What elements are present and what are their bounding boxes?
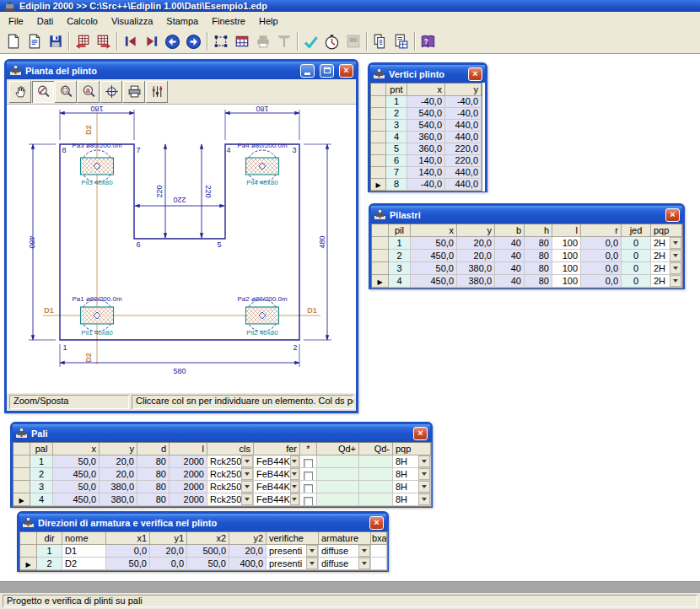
dropdown-button[interactable] (306, 558, 318, 569)
row-selector[interactable] (13, 481, 30, 493)
cell-x[interactable]: 140,0 (407, 167, 445, 179)
dropdown-button[interactable] (418, 481, 430, 493)
cell-y1[interactable]: 20,0 (150, 545, 187, 558)
cell-y[interactable]: 440,0 (445, 120, 482, 132)
cell-y2[interactable]: 20,0 (229, 545, 267, 558)
row-selector[interactable] (371, 155, 386, 167)
dati-grid-prev-button[interactable] (72, 31, 93, 52)
next-button[interactable] (183, 31, 204, 52)
row-selector[interactable] (372, 250, 389, 262)
row-selector[interactable] (372, 237, 389, 250)
row-selector[interactable] (13, 468, 30, 481)
cell-pal[interactable]: 2 (30, 468, 53, 481)
row-selector[interactable] (20, 545, 37, 558)
cell-verifiche[interactable]: presenti (267, 558, 319, 570)
cell-x1[interactable]: 50,0 (106, 558, 150, 570)
menu-calcolo[interactable]: Calcolo (60, 13, 105, 29)
cell-pnt[interactable]: 5 (386, 143, 407, 155)
cell-x[interactable]: 450,0 (53, 468, 100, 481)
menu-finestre[interactable]: Finestre (205, 13, 252, 29)
checkbox[interactable] (304, 484, 313, 493)
dropdown-button[interactable] (306, 545, 318, 557)
dropdown-button[interactable] (358, 558, 370, 569)
cell-x2[interactable]: 50,0 (187, 558, 229, 570)
cell-dir[interactable]: 2 (37, 558, 62, 570)
dropdown-button[interactable] (241, 455, 253, 467)
cell-h[interactable]: 80 (525, 275, 552, 288)
dropdown-button[interactable] (670, 250, 681, 261)
verifica-check-button[interactable] (300, 31, 321, 52)
cell-y[interactable]: 380,0 (100, 481, 137, 493)
cell-pnt[interactable]: 1 (386, 96, 407, 108)
cell-dir[interactable]: 1 (37, 545, 62, 558)
cell-l[interactable]: 2000 (170, 455, 207, 468)
cell-cls[interactable]: Rck250 (207, 468, 254, 481)
cell-qd-minus[interactable] (359, 481, 393, 493)
row-selector[interactable] (371, 108, 386, 120)
print-drawing-button[interactable] (123, 81, 145, 103)
menu-help[interactable]: Help (252, 13, 285, 29)
pianta-titlebar[interactable]: Pianta del plinto × (7, 62, 356, 79)
zoom-window-button[interactable] (55, 81, 77, 103)
cell-r[interactable]: 0,0 (581, 237, 622, 250)
cell-pil[interactable]: 4 (389, 275, 411, 288)
checkbox[interactable] (304, 497, 313, 506)
cell-x[interactable]: 450,0 (411, 275, 457, 288)
cell-flag[interactable] (300, 468, 317, 481)
cell-qd-plus[interactable] (317, 455, 359, 468)
dropdown-button[interactable] (670, 275, 681, 287)
row-selector[interactable]: ▶ (20, 558, 37, 570)
cell-jed[interactable]: 0 (622, 237, 651, 250)
cell-b[interactable]: 40 (495, 237, 525, 250)
cell-flag[interactable] (300, 481, 317, 493)
cell-b[interactable]: 40 (495, 275, 525, 288)
cell-qd-minus[interactable] (359, 455, 393, 468)
cell-y[interactable]: -40,0 (445, 108, 482, 120)
stampa-report-button[interactable] (390, 31, 412, 52)
cell-l[interactable]: 2000 (170, 481, 207, 493)
cell-r[interactable]: 0,0 (581, 262, 622, 275)
cell-pnt[interactable]: 7 (386, 167, 407, 179)
cell-qd-plus[interactable] (317, 468, 359, 481)
cell-pqp[interactable]: 2H (651, 275, 682, 288)
first-record-button[interactable] (120, 31, 141, 52)
cell-y1[interactable]: 0,0 (150, 558, 187, 570)
dropdown-button[interactable] (290, 493, 299, 505)
row-selector[interactable] (371, 132, 386, 143)
cell-l[interactable]: 100 (552, 262, 581, 275)
drawing-canvas[interactable]: D2 D2 D1 D1 Pa3 ø80/200.0m Pil3 4 (7, 105, 356, 393)
cell-x[interactable]: -40,0 (407, 96, 445, 108)
pilastri-titlebar[interactable]: Pilastri × (371, 206, 682, 224)
cell-pal[interactable]: 1 (30, 455, 53, 468)
cell-bxa[interactable] (371, 545, 387, 558)
cell-qd-minus[interactable] (359, 493, 393, 506)
copia-report-button[interactable] (369, 31, 390, 52)
dati-grid-next-button[interactable] (93, 31, 114, 52)
menu-dati[interactable]: Dati (30, 13, 61, 29)
cell-x[interactable]: 50,0 (53, 481, 100, 493)
cell-pnt[interactable]: 2 (386, 108, 407, 120)
cell-d[interactable]: 80 (137, 481, 170, 493)
zoom-pointer-button[interactable] (32, 81, 54, 103)
cell-y[interactable]: 220,0 (445, 155, 482, 167)
cell-qd-plus[interactable] (317, 481, 359, 493)
dropdown-button[interactable] (418, 455, 430, 467)
cell-pnt[interactable]: 6 (386, 155, 407, 167)
cell-x[interactable]: 450,0 (53, 493, 100, 506)
row-selector[interactable] (371, 96, 386, 108)
dropdown-button[interactable] (290, 455, 299, 467)
cell-pqp[interactable]: 8H (393, 455, 431, 468)
cell-pqp[interactable]: 8H (393, 468, 431, 481)
cell-x[interactable]: 360,0 (407, 143, 445, 155)
cell-pil[interactable]: 3 (389, 262, 411, 275)
minimize-button[interactable] (300, 64, 315, 78)
vertici-titlebar[interactable]: Vertici plinto × (370, 65, 485, 83)
maximize-button[interactable] (320, 64, 334, 78)
cell-pqp[interactable]: 8H (393, 481, 431, 493)
row-selector[interactable]: ▶ (372, 275, 389, 288)
dropdown-button[interactable] (241, 493, 253, 505)
cell-l[interactable]: 100 (552, 275, 581, 288)
cell-y[interactable]: 220,0 (445, 143, 482, 155)
cell-x[interactable]: 50,0 (411, 262, 457, 275)
menu-file[interactable]: File (2, 13, 30, 29)
